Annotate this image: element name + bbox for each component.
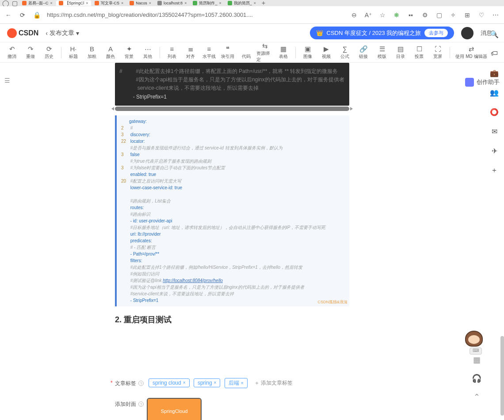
heart-icon[interactable]: ♡ [477,11,485,19]
remove-icon[interactable]: × [241,381,244,386]
avatar[interactable] [461,27,473,39]
close-icon[interactable]: × [149,1,151,5]
publish-dropdown[interactable]: ‹ 发布文章 ▾ [46,29,79,37]
add-tag[interactable]: ＋ 添加文章标签 [254,380,293,386]
tab-2[interactable]: 写文章-CS× [92,0,126,6]
remove-icon[interactable]: × [214,380,217,385]
toolbar-公式[interactable]: ∑公式 [336,46,353,60]
close-icon[interactable]: × [121,1,123,5]
toolbar-资源绑定[interactable]: ⇆资源绑定 [256,42,273,63]
tab-3[interactable]: Nacos× [127,0,154,6]
toolbar-块引用[interactable]: ❝块引用 [219,46,236,60]
rail-icon[interactable]: ＋ [489,165,499,175]
address-bar: ← ⟳ 🔒 https://mp.csdn.net/mp_blog/creati… [0,6,504,24]
toolbar-历史[interactable]: ⟳历史 [41,46,57,60]
toolbar-宽屏[interactable]: ⛶宽屏 [429,46,446,60]
yaml-image-block[interactable]: gateway:2 #3 discovery:22 locator: #是否与服… [115,115,349,306]
close-icon[interactable]: × [86,1,88,5]
apps-icon[interactable]: ⊞ [463,11,471,19]
toolbar-使用 MD 编辑器[interactable]: ⇄使用 MD 编辑器 [454,46,489,60]
toolbar-背景[interactable]: ✦背景 [121,46,137,60]
tab-5[interactable]: 简历制作_× [190,0,224,6]
toolbar-模版[interactable]: ☰模版 [374,46,390,60]
toolbar-标题[interactable]: H·标题 [65,46,82,60]
profile-icon[interactable]: ◯ [2,0,10,6]
toolbar-代码[interactable]: 代码 [238,46,255,60]
banner[interactable]: 👑 CSDN 年度征文 / 2023 我的编程之旅去参与 [310,27,454,39]
rail-icon[interactable]: ✉ [489,126,499,136]
lock-icon: 🔒 [33,11,41,19]
cover-thumb[interactable]: SpringCloud [148,399,201,420]
tab-0[interactable]: 若易--面--C× [19,0,55,6]
toolbar-列表[interactable]: ≡列表 [164,46,180,60]
toolbar-图像[interactable]: ▣图像 [299,46,316,60]
close-icon[interactable]: × [50,1,53,5]
tab-1[interactable]: 【SpringCl× [56,0,91,6]
float-panel: ▦ 🎧 ⌃ [471,355,482,402]
toolbar-加粗[interactable]: B加粗 [84,46,100,60]
page-scrollbar[interactable] [500,336,504,416]
rail-icon[interactable]: 🔍 [489,29,499,39]
rail-icon[interactable]: 💼 [489,68,499,78]
close-icon[interactable]: × [184,1,187,5]
tabs-icon[interactable]: ▢ [11,0,19,6]
rail-icon[interactable]: ✈ [489,146,499,156]
toolbar-颜色[interactable]: A颜色 [102,46,119,60]
back-icon[interactable]: ← [4,11,12,19]
rail-icon[interactable]: 🏷 [489,49,499,58]
ext3-icon[interactable]: ⚙ [421,11,429,19]
toolbar-撤消[interactable]: ↶撤消 [4,46,20,60]
favorites-icon[interactable]: ✧ [449,11,457,19]
cover-label: 添加封面 ? [115,399,148,408]
url-field[interactable]: https://mp.csdn.net/mp_blog/creation/edi… [47,11,344,18]
tab-6[interactable]: 我的简历_× [225,0,259,6]
help-icon[interactable]: ? [138,401,144,407]
close-icon[interactable]: × [219,1,221,5]
remove-icon[interactable]: × [183,380,186,385]
toolbar-对齐[interactable]: ≣对齐 [182,46,199,60]
tag-item[interactable]: 后端× [225,378,248,388]
editor-content[interactable]: # #此处配置去掉1个路径前缀，将配置上面的 Path=/usr/**，就将 *… [0,63,464,420]
qr-icon[interactable]: ▦ [471,355,482,365]
tag-item[interactable]: spring× [194,378,221,387]
code-block[interactable]: # #此处配置去掉1个路径前缀，将配置上面的 Path=/usr/**，就将 *… [115,63,349,106]
logo[interactable]: CSDN [7,28,38,38]
toolbar-表格[interactable]: ▦表格 [275,46,292,60]
tag-item[interactable]: spring cloud× [149,378,190,387]
browser-tabbar: ◯ ▢ 若易--面--C× 【SpringCl× 写文章-CS× Nacos× … [0,0,504,6]
more-icon[interactable]: ⋯ [492,11,500,19]
toolbar-水平线[interactable]: ≡水平线 [201,46,218,60]
headset-icon[interactable]: 🎧 [471,373,482,384]
toolbar-链接[interactable]: 🔗链接 [355,46,372,60]
close-icon[interactable]: × [254,1,256,5]
read-icon[interactable]: A⁺ [364,11,372,19]
tags-label: 文章标签 ? [115,378,149,387]
bot-icon [465,78,474,87]
toolbar-其他[interactable]: ⋯其他 [139,46,156,60]
toolbar-重做[interactable]: ↷重做 [22,46,39,60]
editor-toolbar: ↶撤消↷重做⟳历史H·标题B加粗A颜色✦背景⋯其他≡列表≣对齐≡水平线❝块引用代… [0,42,504,63]
toolbar-目录[interactable]: ▤目录 [392,46,409,60]
helper-mascot[interactable]: ⌨ [465,331,486,352]
rail-icon[interactable]: 👥 [489,88,499,97]
refresh-icon[interactable]: ⟳ [19,11,27,19]
banner-button[interactable]: 去参与 [424,29,448,37]
top-icon[interactable]: ⌃ [471,392,482,402]
code-scrollbar[interactable] [115,107,349,111]
newtab-icon[interactable]: ＋ [260,0,267,6]
rail-icon[interactable]: ⭕ [489,107,499,117]
star-icon[interactable]: ☆ [378,11,386,19]
zoom-icon[interactable]: ⊖ [350,11,358,19]
toolbar-视频[interactable]: ▶视频 [318,46,335,60]
toolbar-投票[interactable]: ☐投票 [411,46,428,60]
csdn-header: CSDN ‹ 发布文章 ▾ 👑 CSDN 年度征文 / 2023 我的编程之旅去… [0,24,504,42]
collections-icon[interactable]: ▢ [435,11,443,19]
ext1-icon[interactable]: ❋ [393,11,401,19]
help-icon[interactable]: ? [138,381,144,386]
tab-4[interactable]: localhost:8× [155,0,189,6]
heading-restart: 2. 重启项目测试 [115,314,349,325]
ext2-icon[interactable]: ▪▪ [407,11,415,19]
